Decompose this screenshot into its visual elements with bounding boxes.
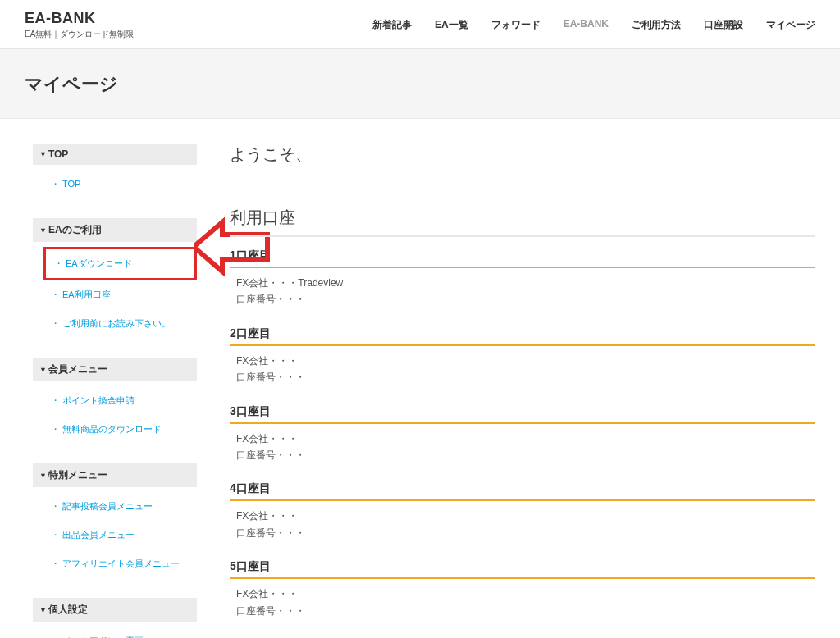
sidebar-items: ・TOP	[33, 165, 197, 203]
sidebar-item[interactable]: ・TOP	[43, 170, 197, 198]
account-number-line: 口座番号・・・	[230, 603, 815, 619]
sidebar-item[interactable]: ・メールアドレス変更	[43, 627, 197, 638]
logo-title: EA-BANK	[25, 10, 134, 27]
sidebar-items: ・EAダウンロード・EA利用口座・ご利用前にお読み下さい。	[33, 242, 197, 343]
caret-down-icon: ▼	[39, 366, 47, 374]
sidebar-item-link[interactable]: 記事投稿会員メニュー	[62, 501, 153, 511]
bullet-icon: ・	[51, 530, 60, 540]
sidebar-item[interactable]: ・ご利用前にお読み下さい。	[43, 309, 197, 338]
page-title-bar: マイページ	[0, 49, 840, 119]
account-block-5: 5口座目FX会社・・・口座番号・・・	[230, 559, 815, 619]
caret-down-icon: ▼	[39, 472, 47, 480]
header: EA-BANK EA無料｜ダウンロード無制限 新着記事EA一覧フォワードEA-B…	[0, 0, 840, 49]
bullet-icon: ・	[51, 424, 60, 434]
nav-link-3[interactable]: EA-BANK	[564, 18, 609, 32]
sidebar: ▼TOP・TOP▼EAのご利用・EAダウンロード・EA利用口座・ご利用前にお読み…	[33, 144, 197, 638]
sidebar-section-title: 個人設定	[48, 603, 88, 617]
logo-subtitle: EA無料｜ダウンロード無制限	[25, 29, 134, 40]
sidebar-section-header[interactable]: ▼特別メニュー	[33, 463, 197, 487]
sidebar-section-header[interactable]: ▼EAのご利用	[33, 218, 197, 242]
account-number-line: 口座番号・・・	[230, 291, 815, 308]
sidebar-item-link[interactable]: 無料商品のダウンロード	[62, 424, 162, 434]
section-title-accounts: 利用口座	[230, 207, 815, 237]
sidebar-item[interactable]: ・アフィリエイト会員メニュー	[43, 549, 197, 578]
sidebar-items: ・メールアドレス変更	[33, 622, 197, 638]
welcome-text: ようこそ、	[230, 144, 815, 166]
sidebar-item[interactable]: ・EAダウンロード	[43, 247, 197, 280]
account-block-4: 4口座目FX会社・・・口座番号・・・	[230, 481, 815, 541]
sidebar-item-link[interactable]: EA利用口座	[62, 289, 111, 299]
account-block-1: 1口座目FX会社・・・Tradeview口座番号・・・	[230, 248, 815, 308]
sidebar-section-header[interactable]: ▼TOP	[33, 144, 197, 165]
account-head: 2口座目	[230, 326, 815, 346]
sidebar-section-3: ▼特別メニュー・記事投稿会員メニュー・出品会員メニュー・アフィリエイト会員メニュ…	[33, 463, 197, 583]
nav-link-5[interactable]: 口座開設	[704, 18, 743, 32]
sidebar-section-title: TOP	[48, 148, 68, 160]
sidebar-section-title: 特別メニュー	[48, 468, 107, 482]
account-company-line: FX会社・・・	[230, 508, 815, 524]
account-head: 3口座目	[230, 404, 815, 424]
sidebar-item-link[interactable]: TOP	[62, 179, 80, 189]
caret-down-icon: ▼	[39, 150, 47, 158]
nav-link-2[interactable]: フォワード	[491, 18, 541, 32]
sidebar-section-1: ▼EAのご利用・EAダウンロード・EA利用口座・ご利用前にお読み下さい。	[33, 218, 197, 343]
account-company-line: FX会社・・・	[230, 586, 815, 602]
main-nav: 新着記事EA一覧フォワードEA-BANKご利用方法口座開設マイページ	[372, 10, 815, 32]
sidebar-item-link[interactable]: アフィリエイト会員メニュー	[62, 558, 180, 568]
sidebar-section-0: ▼TOP・TOP	[33, 144, 197, 203]
sidebar-items: ・記事投稿会員メニュー・出品会員メニュー・アフィリエイト会員メニュー	[33, 487, 197, 583]
nav-link-6[interactable]: マイページ	[766, 18, 815, 32]
nav-link-4[interactable]: ご利用方法	[632, 18, 681, 32]
nav-link-1[interactable]: EA一覧	[435, 18, 468, 32]
sidebar-items: ・ポイント換金申請・無料商品のダウンロード	[33, 381, 197, 449]
account-head: 4口座目	[230, 481, 815, 501]
account-company-line: FX会社・・・	[230, 431, 815, 447]
account-block-2: 2口座目FX会社・・・口座番号・・・	[230, 326, 815, 386]
bullet-icon: ・	[51, 318, 60, 328]
sidebar-item[interactable]: ・出品会員メニュー	[43, 521, 197, 549]
sidebar-item-link[interactable]: ポイント換金申請	[62, 395, 135, 405]
sidebar-section-header[interactable]: ▼個人設定	[33, 598, 197, 622]
account-head: 1口座目	[230, 248, 815, 268]
sidebar-item-link[interactable]: EAダウンロード	[66, 258, 132, 268]
bullet-icon: ・	[51, 558, 60, 568]
sidebar-section-title: 会員メニュー	[48, 362, 107, 376]
account-company-line: FX会社・・・Tradeview	[230, 275, 815, 291]
caret-down-icon: ▼	[39, 226, 47, 235]
page-title: マイページ	[25, 72, 815, 97]
bullet-icon: ・	[51, 289, 60, 299]
main-content: ようこそ、 利用口座 1口座目FX会社・・・Tradeview口座番号・・・2口…	[230, 144, 815, 638]
sidebar-section-header[interactable]: ▼会員メニュー	[33, 358, 197, 381]
sidebar-item[interactable]: ・EA利用口座	[43, 280, 197, 309]
account-head: 5口座目	[230, 559, 815, 579]
sidebar-section-title: EAのご利用	[48, 223, 102, 237]
sidebar-item[interactable]: ・無料商品のダウンロード	[43, 415, 197, 444]
account-block-3: 3口座目FX会社・・・口座番号・・・	[230, 404, 815, 464]
bullet-icon: ・	[51, 395, 60, 405]
sidebar-item[interactable]: ・ポイント換金申請	[43, 386, 197, 415]
caret-down-icon: ▼	[39, 606, 47, 614]
nav-link-0[interactable]: 新着記事	[372, 18, 412, 32]
sidebar-item-link[interactable]: 出品会員メニュー	[62, 530, 135, 540]
account-number-line: 口座番号・・・	[230, 369, 815, 385]
account-number-line: 口座番号・・・	[230, 525, 815, 541]
sidebar-section-2: ▼会員メニュー・ポイント換金申請・無料商品のダウンロード	[33, 358, 197, 449]
bullet-icon: ・	[54, 258, 63, 268]
logo-block: EA-BANK EA無料｜ダウンロード無制限	[25, 10, 134, 40]
sidebar-item-link[interactable]: ご利用前にお読み下さい。	[62, 318, 171, 328]
bullet-icon: ・	[51, 501, 60, 511]
account-number-line: 口座番号・・・	[230, 447, 815, 463]
sidebar-section-4: ▼個人設定・メールアドレス変更	[33, 598, 197, 638]
bullet-icon: ・	[51, 179, 60, 189]
sidebar-item[interactable]: ・記事投稿会員メニュー	[43, 492, 197, 521]
account-company-line: FX会社・・・	[230, 353, 815, 369]
